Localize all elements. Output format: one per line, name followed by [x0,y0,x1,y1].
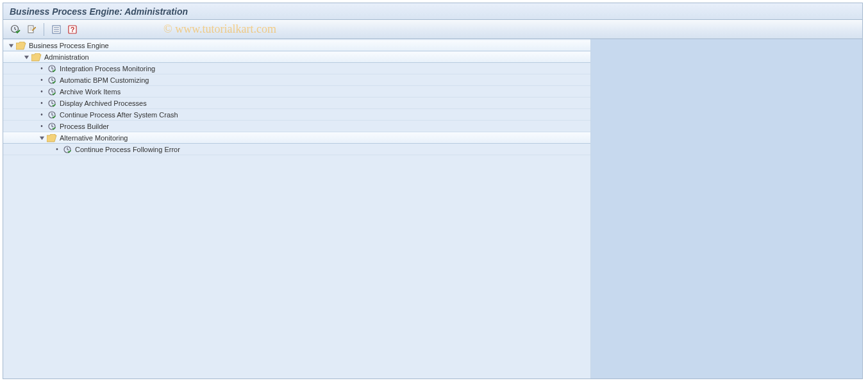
tree: Business Process Engine Administration • [3,39,590,156]
toolbar-separator [44,23,44,36]
activity-icon [62,145,72,154]
tree-label: Business Process Engine [29,42,109,49]
tree-label: Integration Process Monitoring [60,65,155,72]
svg-text:?: ? [71,26,75,33]
tree-label: Continue Process Following Error [75,146,180,153]
watermark-text: © www.tutorialkart.com [163,22,276,36]
tree-label: Automatic BPM Customizing [60,76,149,84]
tree-item[interactable]: • Process Builder [3,121,590,132]
tree-label: Display Archived Processes [60,99,147,107]
activity-icon [47,76,57,85]
clock-checkmark-icon [10,24,21,35]
tree-node-administration[interactable]: Administration [3,51,590,63]
bullet-icon: • [38,88,46,95]
expander-icon[interactable] [7,42,15,49]
folder-open-icon [31,53,42,62]
bullet-icon: • [38,111,46,118]
toolbar: ? © www.tutorialkart.com [3,20,862,39]
activity-icon [47,122,57,131]
tree-item[interactable]: • Continue Process Following Error [3,144,590,155]
window-frame: Business Process Engine: Administration [3,3,863,379]
tree-item[interactable]: • Display Archived Processes [3,98,590,109]
tree-panel: Business Process Engine Administration • [3,39,591,379]
svg-rect-1 [28,26,33,33]
tree-label: Administration [44,53,89,61]
activity-icon [47,87,57,96]
expander-icon[interactable] [22,53,30,61]
tree-label: Alternative Monitoring [60,134,128,142]
bullet-icon: • [53,146,61,153]
tree-node-root[interactable]: Business Process Engine [3,40,590,51]
execute-button[interactable] [8,22,22,37]
list-button[interactable] [49,22,63,37]
page-title: Business Process Engine: Administration [10,6,188,17]
bullet-icon: • [38,123,46,130]
bullet-icon: • [38,65,46,72]
right-empty-panel [591,39,862,379]
tree-label: Continue Process After System Crash [60,111,178,119]
document-button[interactable] [24,22,38,37]
tree-item[interactable]: • Integration Process Monitoring [3,63,590,74]
tree-node-alternative-monitoring[interactable]: Alternative Monitoring [3,132,590,144]
tree-item[interactable]: • Continue Process After System Crash [3,109,590,121]
expander-icon[interactable] [38,134,46,142]
help-button[interactable]: ? [65,22,79,37]
tree-label: Process Builder [60,123,109,130]
folder-open-icon [47,133,57,142]
folder-open-icon [16,41,26,50]
activity-icon [47,110,57,119]
activity-icon [47,64,57,73]
title-bar: Business Process Engine: Administration [3,3,862,20]
tree-label: Archive Work Items [60,88,121,96]
tree-item[interactable]: • Automatic BPM Customizing [3,74,590,86]
activity-icon [47,99,57,108]
tree-item[interactable]: • Archive Work Items [3,86,590,98]
list-icon [51,24,62,35]
content-area: Business Process Engine Administration • [3,39,862,379]
bullet-icon: • [38,76,46,83]
document-edit-icon [26,24,37,35]
bullet-icon: • [38,99,46,106]
help-icon: ? [67,24,78,35]
